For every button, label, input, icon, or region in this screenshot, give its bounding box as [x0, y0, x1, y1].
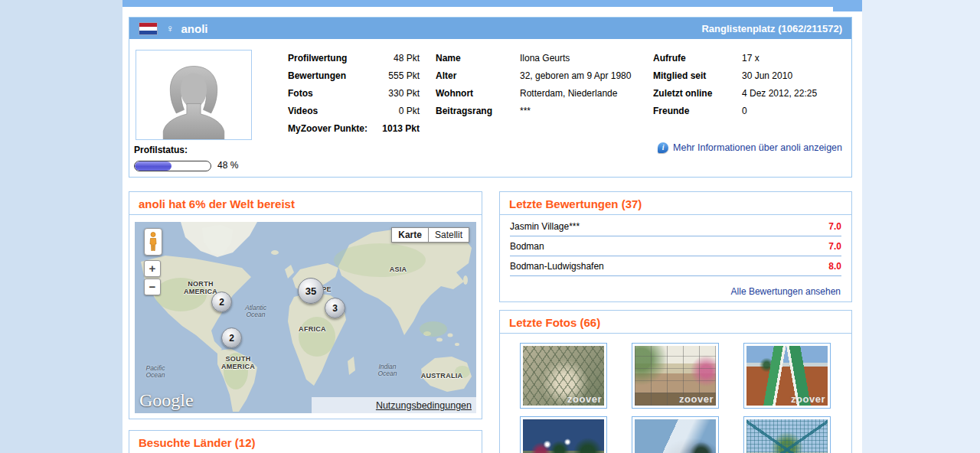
- photo-thumbnail-3[interactable]: zoover: [743, 343, 831, 409]
- stat-row: Profilwertung48 Pkt: [288, 53, 420, 64]
- map-cluster-marker[interactable]: 35: [298, 278, 324, 304]
- map-cluster-marker[interactable]: 3: [325, 298, 345, 318]
- photo-grid: zoover zoover zoover: [520, 343, 841, 453]
- username: anoli: [181, 22, 208, 35]
- profile-status-percent: 48 %: [217, 160, 238, 171]
- map-label-atlantic-ocean: Atlantic Ocean: [236, 305, 276, 318]
- detail-row: WohnortRotterdam, Niederlande: [436, 88, 652, 99]
- page: ♀ anoli Ranglistenplatz (1062/211572) Pr…: [0, 0, 980, 453]
- review-rating: 7.0: [828, 241, 841, 252]
- photo-thumbnail-4[interactable]: [520, 416, 607, 453]
- female-gender-icon: ♀: [166, 23, 175, 34]
- pegman-icon: [149, 232, 158, 252]
- google-map[interactable]: NORTH AMERICA SOUTH AMERICA EUROPE ASIA …: [135, 222, 476, 413]
- review-name: Jasmin Village***: [510, 221, 580, 232]
- progressbar-fill: [135, 161, 172, 171]
- zoom-out-button[interactable]: −: [144, 279, 161, 295]
- world-map-panel: anoli hat 6% der Welt bereist: [129, 191, 482, 419]
- female-avatar-silhouette-icon: [149, 63, 239, 139]
- detail-row: Beitragsrang***: [436, 106, 652, 117]
- personal-details-list: NameIlona Geurts Alter32, geboren am 9 A…: [436, 53, 652, 123]
- map-cluster-marker[interactable]: 2: [221, 328, 242, 348]
- world-map-graphic: [135, 222, 476, 413]
- street-view-pegman-button[interactable]: [144, 228, 162, 256]
- profile-header-bar: ♀ anoli Ranglistenplatz (1062/211572): [129, 18, 851, 39]
- latest-reviews-panel: Letzte Bewertungen (37) Jasmin Village**…: [499, 191, 852, 302]
- review-name: Bodman: [510, 241, 544, 252]
- photo-thumbnail-5[interactable]: [632, 416, 719, 453]
- review-row[interactable]: Bodman 7.0: [510, 236, 841, 256]
- all-reviews-link-row: Alle Bewertungen ansehen: [500, 276, 851, 297]
- map-zoom-control: + −: [144, 260, 161, 295]
- meta-row: Mitglied seit30 Jun 2010: [653, 70, 848, 82]
- detail-row: Alter32, geboren am 9 Apr 1980: [436, 70, 652, 82]
- map-type-control: Karte Satellit: [391, 227, 469, 243]
- photo-thumbnail-2[interactable]: zoover: [632, 343, 719, 409]
- photos-panel-title: Letzte Fotos (66): [500, 311, 851, 334]
- review-row[interactable]: Jasmin Village*** 7.0: [510, 217, 841, 236]
- stat-row-total: MyZoover Punkte:1013 Pkt: [288, 123, 420, 135]
- detail-row: NameIlona Geurts: [436, 53, 652, 64]
- photo-image: [523, 419, 604, 453]
- map-label-indian-ocean: Indian Ocean: [370, 363, 405, 377]
- stat-row: Fotos330 Pkt: [288, 88, 420, 99]
- zoover-watermark: zoover: [567, 393, 602, 405]
- netherlands-flag-icon: [139, 22, 158, 35]
- map-type-karte-button[interactable]: Karte: [391, 227, 429, 243]
- meta-row: Zuletzt online4 Dez 2012, 22:25: [653, 88, 848, 99]
- zoom-in-button[interactable]: +: [144, 260, 161, 277]
- photo-image: zoover: [746, 346, 828, 406]
- stat-row: Bewertungen555 Pkt: [288, 70, 420, 82]
- info-icon: i: [658, 142, 668, 153]
- map-label-australia: AUSTRALIA: [421, 372, 463, 380]
- zoover-watermark: zoover: [679, 393, 714, 405]
- more-info-link[interactable]: i Mehr Informationen über anoli anzeigen: [658, 142, 842, 153]
- map-label-south-america: SOUTH AMERICA: [214, 355, 263, 370]
- photo-image: [635, 419, 716, 453]
- all-reviews-link[interactable]: Alle Bewertungen ansehen: [731, 286, 841, 297]
- page-background-left: [0, 0, 122, 453]
- meta-row: Freunde0: [653, 106, 848, 117]
- map-label-asia: ASIA: [390, 266, 407, 273]
- map-label-pacific-ocean: Pacific Ocean: [137, 365, 174, 379]
- latest-photos-panel: Letzte Fotos (66) zoover zoover zoover: [499, 310, 852, 453]
- review-rating: 8.0: [828, 261, 841, 272]
- review-row[interactable]: Bodman-Ludwigshafen 8.0: [510, 256, 841, 276]
- account-meta-list: Aufrufe17 x Mitglied seit30 Jun 2010 Zul…: [653, 53, 848, 123]
- stat-row: Videos0 Pkt: [288, 106, 420, 117]
- photo-image: zoover: [523, 346, 604, 406]
- cropped-nav-bar: [122, 0, 862, 7]
- review-rating: 7.0: [828, 221, 841, 232]
- reviews-panel-title: Letzte Bewertungen (37): [500, 192, 851, 215]
- map-label-africa: AFRICA: [299, 325, 326, 333]
- terms-of-use-link[interactable]: Nutzungsbedingungen: [376, 400, 472, 411]
- countries-panel-title: Besuchte Länder (12): [129, 431, 482, 453]
- cropped-nav-bar-segment: [833, 0, 862, 11]
- profile-box: ♀ anoli Ranglistenplatz (1062/211572) Pr…: [129, 17, 852, 178]
- map-type-satellit-button[interactable]: Satellit: [428, 227, 469, 243]
- visited-countries-panel: Besuchte Länder (12): [129, 430, 482, 453]
- photo-thumbnail-6[interactable]: [743, 416, 831, 453]
- profile-status-label: Profilstatus:: [134, 145, 188, 155]
- reviews-list: Jasmin Village*** 7.0 Bodman 7.0 Bodman-…: [500, 217, 851, 276]
- points-stats-list: Profilwertung48 Pkt Bewertungen555 Pkt F…: [288, 53, 420, 141]
- review-name: Bodman-Ludwigshafen: [510, 261, 604, 272]
- map-terms-bar: Nutzungsbedingungen: [312, 397, 476, 413]
- map-cluster-marker[interactable]: 2: [211, 292, 232, 312]
- map-panel-title: anoli hat 6% der Welt bereist: [129, 192, 482, 215]
- photo-thumbnail-1[interactable]: zoover: [520, 343, 607, 409]
- photo-image: zoover: [635, 346, 716, 406]
- zoover-watermark: zoover: [791, 393, 825, 405]
- profile-status-progressbar: [134, 161, 211, 171]
- meta-row: Aufrufe17 x: [653, 53, 848, 64]
- avatar: [136, 50, 252, 140]
- rank-label: Ranglistenplatz (1062/211572): [701, 23, 842, 34]
- photo-image: [746, 419, 828, 453]
- google-logo[interactable]: Google: [139, 390, 194, 411]
